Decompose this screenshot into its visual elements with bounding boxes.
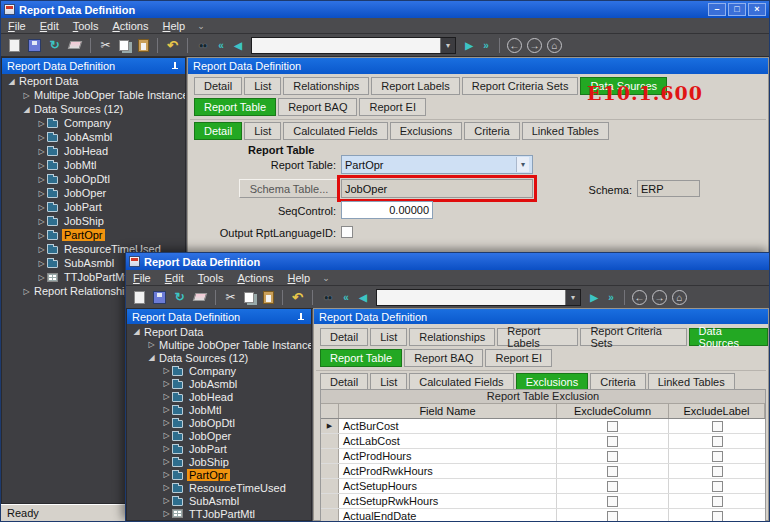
history-back-icon[interactable]: ← xyxy=(507,38,522,53)
tree-item-report-data[interactable]: ◢Report Data xyxy=(2,74,185,88)
grid-row-actsetuphours[interactable]: ActSetupHours xyxy=(321,479,765,494)
tree-item-jobship[interactable]: ▷JobShip xyxy=(2,214,185,228)
exclude-label-checkbox[interactable] xyxy=(712,481,723,492)
menu-file[interactable]: File xyxy=(1,19,33,33)
tab-data-sources[interactable]: Data Sources xyxy=(689,328,768,346)
paste-icon[interactable] xyxy=(263,291,274,304)
collapsed-arrow-icon[interactable]: ▷ xyxy=(36,245,47,254)
pin-icon[interactable] xyxy=(170,61,180,71)
exclude-label-checkbox[interactable] xyxy=(712,511,723,522)
menu-file[interactable]: File xyxy=(126,271,158,285)
collapsed-arrow-icon[interactable]: ▷ xyxy=(161,496,172,505)
grid-row-actlabcost[interactable]: ActLabCost xyxy=(321,434,765,449)
collapsed-arrow-icon[interactable]: ▷ xyxy=(161,366,172,375)
clear-icon[interactable] xyxy=(193,293,208,301)
exclude-label-checkbox[interactable] xyxy=(712,436,723,447)
save-icon[interactable] xyxy=(28,39,41,52)
tab-report-labels[interactable]: Report Labels xyxy=(371,77,460,95)
home-icon[interactable]: ⌂ xyxy=(672,290,687,305)
nav-prev-icon[interactable]: ◀ xyxy=(231,37,245,54)
menu-actions[interactable]: Actions xyxy=(105,19,155,33)
field-name-cell[interactable]: ActProdRwkHours xyxy=(339,464,557,478)
tab-list[interactable]: List xyxy=(244,122,281,140)
tab-report-table[interactable]: Report Table xyxy=(320,349,402,367)
tree-item-jobpart[interactable]: ▷JobPart xyxy=(127,442,311,455)
nav-next-icon[interactable]: ▶ xyxy=(462,37,476,54)
tree-item-jobasmbl[interactable]: ▷JobAsmbl xyxy=(127,377,311,390)
tab-report-labels[interactable]: Report Labels xyxy=(497,328,578,346)
nav-first-icon[interactable]: « xyxy=(214,37,228,54)
row-selector[interactable] xyxy=(321,509,339,522)
menu-edit[interactable]: Edit xyxy=(158,271,191,285)
tree-item-jobopdtl[interactable]: ▷JobOpDtl xyxy=(127,416,311,429)
paste-icon[interactable] xyxy=(138,39,149,52)
record-search-combobox[interactable]: ▾ xyxy=(251,37,456,54)
grid-row-actprodrwkhours[interactable]: ActProdRwkHours xyxy=(321,464,765,479)
seq-control-field[interactable]: 0.00000 xyxy=(341,201,433,219)
menu-actions[interactable]: Actions xyxy=(230,271,280,285)
grid-row-actburcost[interactable]: ▶ActBurCost xyxy=(321,419,765,434)
exclude-column-checkbox[interactable] xyxy=(607,421,618,432)
tree-item-jobmtl[interactable]: ▷JobMtl xyxy=(127,403,311,416)
tree-item-jobhead[interactable]: ▷JobHead xyxy=(127,390,311,403)
tab-list[interactable]: List xyxy=(370,328,407,346)
exclude-label-checkbox[interactable] xyxy=(712,451,723,462)
tree-item-partopr[interactable]: ▷PartOpr xyxy=(2,228,185,242)
pin-icon[interactable] xyxy=(296,312,306,322)
collapsed-arrow-icon[interactable]: ▷ xyxy=(36,203,47,212)
tree-item-ttjobpartmtl[interactable]: ▷TTJobPartMtl xyxy=(127,507,311,520)
tree-item-multipe-joboper-table-instances[interactable]: ▷Multipe JobOper Table Instances xyxy=(127,338,311,351)
refresh-icon[interactable]: ↻ xyxy=(46,37,63,54)
tree-item-joboper[interactable]: ▷JobOper xyxy=(2,186,185,200)
tab-report-ei[interactable]: Report EI xyxy=(485,349,551,367)
tree-item-jobship[interactable]: ▷JobShip xyxy=(127,455,311,468)
refresh-icon[interactable]: ↻ xyxy=(171,289,188,306)
collapsed-arrow-icon[interactable]: ▷ xyxy=(36,175,47,184)
tree-item-resourcetimeused[interactable]: ▷ResourceTimeUsed xyxy=(127,481,311,494)
menu-help[interactable]: Help xyxy=(281,271,318,285)
expanded-arrow-icon[interactable]: ◢ xyxy=(21,105,32,114)
title-bar[interactable]: Report Data Definition xyxy=(126,253,769,270)
collapsed-arrow-icon[interactable]: ▷ xyxy=(36,259,47,268)
tab-criteria[interactable]: Criteria xyxy=(464,122,519,140)
tree-item-multipe-joboper-table-instances[interactable]: ▷Multipe JobOper Table Instances xyxy=(2,88,185,102)
new-record-icon[interactable] xyxy=(134,291,145,304)
menu-edit[interactable]: Edit xyxy=(33,19,66,33)
column-header-exclude-label[interactable]: ExcludeLabel xyxy=(669,404,765,418)
exclude-column-checkbox[interactable] xyxy=(607,511,618,522)
tree-item-joboper[interactable]: ▷JobOper xyxy=(127,429,311,442)
collapsed-arrow-icon[interactable]: ▷ xyxy=(21,91,32,100)
exclude-label-checkbox[interactable] xyxy=(712,496,723,507)
tab-linked-tables[interactable]: Linked Tables xyxy=(522,122,609,140)
nav-last-icon[interactable]: » xyxy=(604,289,618,306)
close-button[interactable]: × xyxy=(748,3,766,16)
field-name-cell[interactable]: ActProdHours xyxy=(339,449,557,463)
save-icon[interactable] xyxy=(153,291,166,304)
new-record-icon[interactable] xyxy=(9,39,20,52)
tab-detail[interactable]: Detail xyxy=(194,77,242,95)
combobox-dropdown-icon[interactable]: ▾ xyxy=(565,290,580,305)
cut-icon[interactable]: ✂ xyxy=(222,289,239,306)
collapsed-arrow-icon[interactable]: ▷ xyxy=(36,161,47,170)
tree-item-report-data[interactable]: ◢Report Data xyxy=(127,325,311,338)
tab-calculated-fields[interactable]: Calculated Fields xyxy=(283,122,387,140)
tree-item-jobasmbl[interactable]: ▷JobAsmbl xyxy=(2,130,185,144)
record-search-combobox[interactable]: ▾ xyxy=(376,289,581,306)
search-binoculars-icon[interactable]: ●● xyxy=(319,289,336,306)
undo-icon[interactable]: ↶ xyxy=(289,289,306,306)
copy-icon[interactable] xyxy=(244,292,254,303)
undo-icon[interactable]: ↶ xyxy=(164,37,181,54)
grid-row-actsetuprwkhours[interactable]: ActSetupRwkHours xyxy=(321,494,765,509)
field-name-cell[interactable]: ActBurCost xyxy=(339,419,557,433)
tab-report-criteria-sets[interactable]: Report Criteria Sets xyxy=(462,77,579,95)
row-selector[interactable] xyxy=(321,479,339,493)
collapsed-arrow-icon[interactable]: ▷ xyxy=(161,509,172,518)
collapsed-arrow-icon[interactable]: ▷ xyxy=(161,444,172,453)
menu-help[interactable]: Help xyxy=(156,19,193,33)
tab-detail[interactable]: Detail xyxy=(320,328,368,346)
exclude-column-checkbox[interactable] xyxy=(607,436,618,447)
collapsed-arrow-icon[interactable]: ▷ xyxy=(36,119,47,128)
field-name-cell[interactable]: ActSetupRwkHours xyxy=(339,494,557,508)
field-name-cell[interactable]: ActualEndDate xyxy=(339,509,557,522)
exclude-label-checkbox[interactable] xyxy=(712,466,723,477)
